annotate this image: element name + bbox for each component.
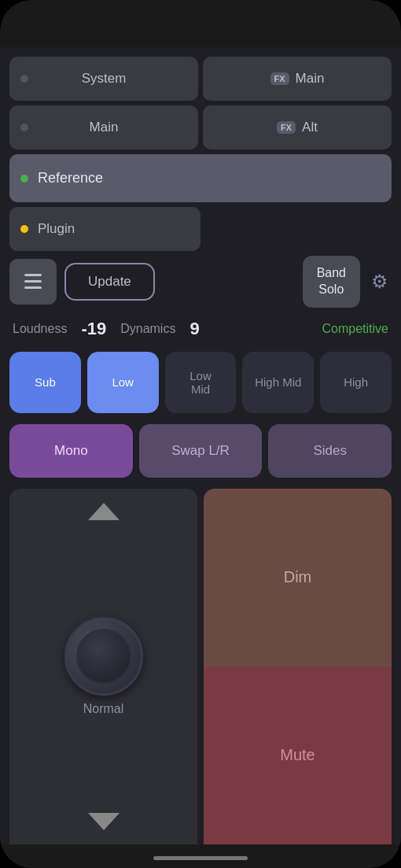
controls-row: Update BandSolo ⚙ (9, 256, 392, 308)
reference-button[interactable]: Reference (9, 154, 392, 202)
volume-up-button[interactable] (88, 503, 120, 520)
normal-label: Normal (83, 702, 124, 716)
plugin-label: Plugin (38, 221, 75, 236)
band-solo-label: BandSolo (317, 266, 346, 296)
band-row: Sub Low LowMid High Mid High (9, 352, 392, 413)
sub-band-button[interactable]: Sub (9, 352, 81, 413)
sides-label: Sides (313, 443, 347, 458)
low-mid-band-button[interactable]: LowMid (165, 352, 237, 413)
reference-label: Reference (38, 170, 103, 186)
dim-mute-panel: Dim Mute (204, 489, 392, 844)
high-mid-label: High Mid (255, 375, 301, 389)
routing-grid: System FX Main Main FX Alt (9, 57, 392, 150)
volume-down-button[interactable] (88, 813, 120, 830)
high-label: High (344, 375, 368, 389)
main-label: Main (90, 120, 119, 135)
home-indicator (153, 856, 248, 860)
plugin-dot (20, 225, 28, 233)
mono-label: Mono (54, 443, 88, 458)
update-button[interactable]: Update (64, 263, 155, 301)
main-button[interactable]: Main (9, 105, 198, 150)
phone-container: System FX Main Main FX Alt Reference (0, 0, 401, 868)
high-band-button[interactable]: High (320, 352, 392, 413)
fx-badge-alt: FX (277, 121, 296, 134)
gear-button[interactable]: ⚙ (368, 268, 392, 296)
low-band-button[interactable]: Low (87, 352, 159, 413)
alt-label: Alt (302, 120, 318, 135)
sides-button[interactable]: Sides (268, 424, 392, 478)
main-dot (20, 124, 28, 131)
sub-label: Sub (35, 375, 56, 389)
system-button[interactable]: System (9, 57, 198, 101)
loudness-value: -19 (81, 319, 106, 339)
gear-icon: ⚙ (371, 271, 388, 292)
system-label: System (82, 71, 127, 87)
dim-label: Dim (284, 568, 312, 586)
plugin-row: Plugin (9, 207, 392, 251)
swap-label: Swap L/R (171, 443, 230, 458)
lines-icon (24, 274, 42, 289)
main-fx-button[interactable]: FX Main (203, 57, 392, 101)
mute-button[interactable]: Mute (204, 667, 392, 844)
reference-dot (20, 175, 28, 183)
high-mid-band-button[interactable]: High Mid (242, 352, 314, 413)
mute-label: Mute (280, 746, 315, 764)
system-dot (20, 75, 28, 83)
mono-button[interactable]: Mono (9, 424, 133, 478)
bottom-section: Normal Dim Mute (9, 489, 392, 844)
mono-row: Mono Swap L/R Sides (9, 424, 392, 478)
knob-inner (76, 629, 131, 684)
dim-button[interactable]: Dim (204, 489, 392, 667)
loudness-bar: Loudness -19 Dynamics 9 Competitive (9, 319, 392, 339)
band-solo-button[interactable]: BandSolo (303, 256, 360, 308)
normal-panel: Normal (9, 489, 197, 844)
loudness-label: Loudness (13, 322, 67, 336)
dynamics-value: 9 (189, 319, 199, 339)
competitive-label: Competitive (322, 322, 388, 336)
swap-button[interactable]: Swap L/R (139, 424, 263, 478)
knob-container: Normal (64, 617, 143, 716)
low-mid-label: LowMid (189, 369, 212, 396)
volume-knob[interactable] (64, 617, 143, 696)
dynamics-label: Dynamics (120, 322, 175, 336)
plugin-button[interactable]: Plugin (9, 207, 200, 251)
app-content: System FX Main Main FX Alt Reference (0, 47, 401, 844)
alt-fx-button[interactable]: FX Alt (203, 105, 392, 150)
lines-button[interactable] (9, 259, 57, 305)
low-label: Low (112, 375, 134, 389)
main-fx-label: Main (296, 71, 325, 87)
fx-badge: FX (270, 72, 289, 85)
update-label: Update (88, 274, 131, 289)
